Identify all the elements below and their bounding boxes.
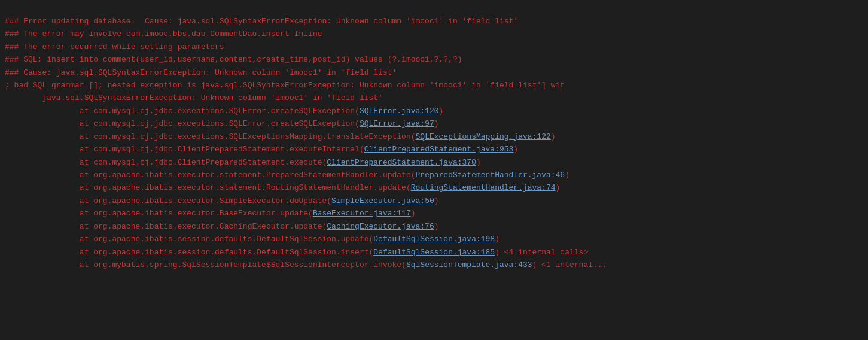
stack-text: ### Error updating database. Cause: java…: [5, 17, 518, 26]
stack-text: ): [476, 158, 481, 167]
stack-text: ): [495, 235, 500, 244]
console-line-line14: at org.apache.ibatis.executor.statement.…: [5, 181, 863, 194]
stack-text: ### The error may involve com.imooc.bbs.…: [5, 29, 322, 38]
stack-text: at org.mybatis.spring.SqlSessionTemplate…: [5, 260, 406, 269]
console-line-line16: at org.apache.ibatis.executor.BaseExecut…: [5, 207, 863, 220]
console-line-line1: ### Error updating database. Cause: java…: [5, 15, 863, 28]
stack-link[interactable]: SQLError.java:97: [360, 119, 434, 128]
stack-text: ): [439, 107, 444, 116]
stack-text: at org.apache.ibatis.executor.statement.…: [5, 183, 411, 192]
console-line-line3: ### The error occurred while setting par…: [5, 41, 863, 53]
stack-text: ): [411, 209, 416, 218]
stack-text: ): [565, 171, 569, 180]
console-line-line17: at org.apache.ibatis.executor.CachingExe…: [5, 220, 863, 233]
stack-text: at org.apache.ibatis.executor.statement.…: [5, 171, 416, 180]
stack-link[interactable]: SqlSessionTemplate.java:433: [406, 260, 532, 269]
stack-text: java.sql.SQLSyntaxErrorException: Unknow…: [5, 93, 383, 102]
stack-text: at com.mysql.cj.jdbc.ClientPreparedState…: [5, 158, 327, 167]
stack-link[interactable]: PreparedStatementHandler.java:46: [416, 171, 565, 180]
stack-text: ) <1 internal...: [532, 260, 607, 269]
console-line-line8: at com.mysql.cj.jdbc.exceptions.SQLError…: [5, 105, 863, 117]
console-line-line9: at com.mysql.cj.jdbc.exceptions.SQLError…: [5, 117, 863, 130]
console-line-line13: at org.apache.ibatis.executor.statement.…: [5, 169, 863, 181]
console-line-line6: ; bad SQL grammar []; nested exception i…: [5, 79, 863, 92]
stack-link[interactable]: DefaultSqlSession.java:198: [373, 235, 495, 244]
stack-link[interactable]: ClientPreparedStatement.java:370: [327, 158, 476, 167]
stack-text: ) <4 internal calls>: [495, 248, 588, 257]
stack-link[interactable]: CachingExecutor.java:76: [327, 222, 434, 231]
stack-text: ### SQL: insert into comment(user_id,use…: [5, 55, 462, 64]
stack-link[interactable]: ClientPreparedStatement.java:953: [364, 145, 514, 154]
console-line-line10: at com.mysql.cj.jdbc.exceptions.SQLExcep…: [5, 130, 863, 143]
console-line-line2: ### The error may involve com.imooc.bbs.…: [5, 28, 863, 40]
stack-text: ): [551, 132, 556, 141]
stack-text: ): [513, 145, 518, 154]
console-output: ### Error updating database. Cause: java…: [0, 0, 868, 340]
stack-text: ): [434, 196, 439, 205]
console-line-line11: at com.mysql.cj.jdbc.ClientPreparedState…: [5, 143, 863, 156]
console-line-line4: ### SQL: insert into comment(user_id,use…: [5, 53, 863, 66]
console-line-line20: at org.mybatis.spring.SqlSessionTemplate…: [5, 259, 863, 271]
console-line-line15: at org.apache.ibatis.executor.SimpleExec…: [5, 195, 863, 207]
stack-text: at org.apache.ibatis.session.defaults.De…: [5, 235, 373, 244]
console-line-line7: java.sql.SQLSyntaxErrorException: Unknow…: [5, 92, 863, 104]
stack-link[interactable]: SQLExceptionsMapping.java:122: [416, 132, 551, 141]
stack-link[interactable]: RoutingStatementHandler.java:74: [411, 183, 556, 192]
console-line-line12: at com.mysql.cj.jdbc.ClientPreparedState…: [5, 156, 863, 169]
stack-text: ; bad SQL grammar []; nested exception i…: [5, 81, 565, 90]
console-line-line18: at org.apache.ibatis.session.defaults.De…: [5, 233, 863, 245]
stack-text: at com.mysql.cj.jdbc.exceptions.SQLError…: [5, 107, 360, 116]
stack-link[interactable]: SQLError.java:120: [360, 107, 439, 116]
console-line-line19: at org.apache.ibatis.session.defaults.De…: [5, 246, 863, 259]
stack-text: at org.apache.ibatis.executor.BaseExecut…: [5, 209, 313, 218]
stack-text: at org.apache.ibatis.executor.CachingExe…: [5, 222, 327, 231]
console-line-line5: ### Cause: java.sql.SQLSyntaxErrorExcept…: [5, 66, 863, 79]
stack-link[interactable]: SimpleExecutor.java:50: [331, 196, 434, 205]
stack-text: at org.apache.ibatis.executor.SimpleExec…: [5, 196, 331, 205]
stack-text: ): [434, 119, 439, 128]
stack-text: at com.mysql.cj.jdbc.ClientPreparedState…: [5, 145, 364, 154]
stack-link[interactable]: DefaultSqlSession.java:185: [373, 248, 495, 257]
stack-text: ): [556, 183, 561, 192]
stack-text: at com.mysql.cj.jdbc.exceptions.SQLError…: [5, 119, 360, 128]
stack-text: ### Cause: java.sql.SQLSyntaxErrorExcept…: [5, 68, 397, 77]
stack-text: ): [434, 222, 439, 231]
stack-link[interactable]: BaseExecutor.java:117: [313, 209, 411, 218]
stack-text: ### The error occurred while setting par…: [5, 42, 224, 51]
stack-text: at org.apache.ibatis.session.defaults.De…: [5, 248, 373, 257]
stack-text: at com.mysql.cj.jdbc.exceptions.SQLExcep…: [5, 132, 416, 141]
